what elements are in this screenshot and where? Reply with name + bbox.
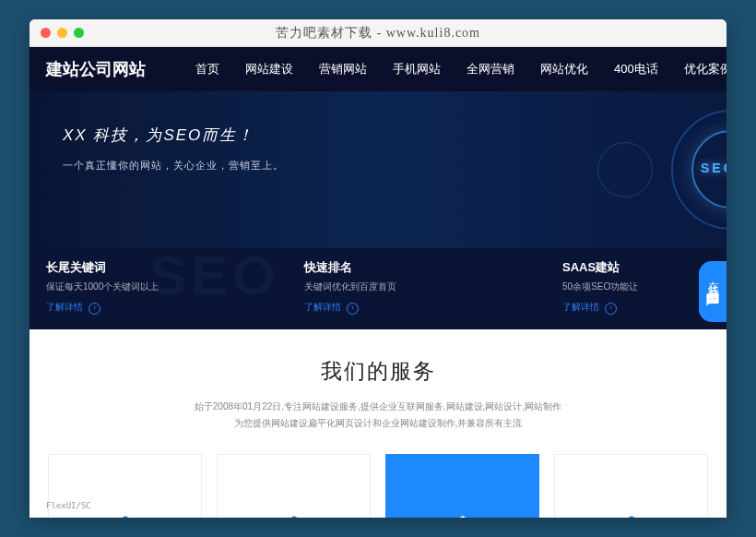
site-logo[interactable]: 建站公司网站 bbox=[46, 58, 146, 80]
feature-card-0: 长尾关键词 保证每天1000个关键词以上 了解详情 bbox=[30, 248, 288, 329]
service-card-active[interactable] bbox=[385, 454, 539, 518]
feature-card-2: SAAS建站 50余项SEO功能让 了解详情 bbox=[546, 248, 726, 329]
feature-desc: 50余项SEO功能让 bbox=[562, 280, 726, 293]
hero-banner: XX 科技，为SEO而生！ 一个真正懂你的网站，关心企业，营销至上。 SEO S… bbox=[30, 91, 726, 248]
page-content: 建站公司网站 首页 网站建设 营销网站 手机网站 全网营销 网站优化 400电话… bbox=[30, 47, 726, 518]
feature-desc: 关键词优化到百度首页 bbox=[304, 280, 529, 293]
badge-text: FlexUI/SC bbox=[46, 501, 91, 510]
services-desc-1: 始于2008年01月22日,专注网站建设服务,提供企业互联网服务,网站建设,网站… bbox=[30, 399, 726, 415]
feature-card-1: 快速排名 关键词优化到百度首页 了解详情 bbox=[288, 248, 546, 329]
seo-label: SEO bbox=[701, 161, 726, 175]
services-desc-2: 为您提供网站建设扁平化网页设计和企业网站建设制作,并兼容所有主流 bbox=[30, 415, 726, 432]
window-controls bbox=[41, 28, 84, 38]
minimize-icon[interactable] bbox=[57, 28, 67, 38]
browser-frame: 苦力吧素材下载 - www.kuli8.com 建站公司网站 首页 网站建设 营… bbox=[30, 19, 726, 518]
nav-home[interactable]: 首页 bbox=[183, 61, 232, 78]
service-card[interactable] bbox=[217, 454, 371, 518]
service-card[interactable] bbox=[554, 454, 708, 518]
services-section: 我们的服务 始于2008年01月22日,专注网站建设服务,提供企业互联网服务,网… bbox=[30, 329, 726, 518]
services-title: 我们的服务 bbox=[30, 357, 726, 386]
window-title: 苦力吧素材下载 - www.kuli8.com bbox=[276, 25, 480, 42]
nav-full[interactable]: 全网营销 bbox=[454, 61, 527, 78]
nav-marketing[interactable]: 营销网站 bbox=[306, 61, 380, 78]
feature-title: SAAS建站 bbox=[562, 259, 726, 276]
navbar: 建站公司网站 首页 网站建设 营销网站 手机网站 全网营销 网站优化 400电话… bbox=[30, 47, 726, 91]
feature-link[interactable]: 了解详情 bbox=[46, 301, 271, 315]
titlebar: 苦力吧素材下载 - www.kuli8.com bbox=[30, 19, 726, 47]
nav-optimize[interactable]: 网站优化 bbox=[527, 61, 601, 78]
nav-400[interactable]: 400电话 bbox=[601, 61, 671, 78]
feature-title: 快速排名 bbox=[304, 259, 529, 276]
maximize-icon[interactable] bbox=[74, 28, 84, 38]
nav-mobile[interactable]: 手机网站 bbox=[380, 61, 454, 78]
feature-link[interactable]: 了解详情 bbox=[562, 301, 726, 315]
nav-cases[interactable]: 优化案例 bbox=[671, 61, 726, 78]
service-cards bbox=[30, 454, 726, 518]
nav-build[interactable]: 网站建设 bbox=[232, 61, 306, 78]
feature-title: 长尾关键词 bbox=[46, 259, 271, 276]
feature-desc: 保证每天1000个关键词以上 bbox=[46, 280, 271, 293]
feature-link[interactable]: 了解详情 bbox=[304, 301, 529, 315]
features-row: SEO 长尾关键词 保证每天1000个关键词以上 了解详情 快速排名 关键词优化… bbox=[30, 248, 726, 329]
close-icon[interactable] bbox=[41, 28, 51, 38]
